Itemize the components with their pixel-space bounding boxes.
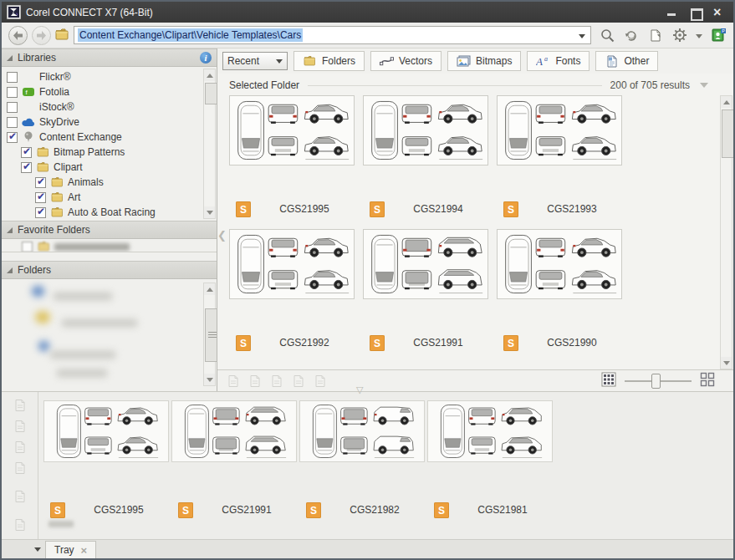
panel-collapse-icon[interactable]: ❮ [217, 229, 227, 242]
large-thumbnails-icon[interactable] [700, 372, 715, 389]
corel-connect-logo-icon [7, 5, 21, 19]
other-file-icon [605, 54, 619, 68]
slider-thumb[interactable] [651, 374, 661, 389]
scroll-down-icon[interactable] [204, 206, 215, 218]
scroll-up-icon[interactable] [204, 283, 215, 295]
scroll-down-icon[interactable] [721, 357, 732, 369]
checkbox[interactable] [7, 117, 18, 128]
result-item[interactable]: SCGS21990 [497, 229, 630, 363]
tray-thumbnail[interactable] [171, 400, 297, 462]
filter-button-other[interactable]: Other [595, 51, 658, 71]
vector-source-badge: S [370, 335, 385, 351]
filter-button-label: Fonts [555, 55, 580, 67]
content-exchange-pin-icon [22, 131, 35, 143]
result-item[interactable]: SCGS21993 [497, 95, 630, 229]
app-window: Corel CONNECT X7 (64-Bit) × Content Exch… [0, 0, 735, 560]
library-tree-item[interactable]: Content Exchange [7, 130, 202, 145]
library-tree-item[interactable]: Bitmap Patterns [7, 145, 202, 160]
library-tree-item[interactable]: Clipart [7, 160, 202, 175]
tray-thumbnail[interactable] [427, 400, 553, 462]
result-thumbnail[interactable] [229, 95, 355, 165]
folders-tree-obscured [2, 279, 217, 391]
file-action-icon [13, 420, 28, 433]
maximize-button[interactable] [690, 8, 702, 18]
back-button[interactable] [8, 26, 28, 45]
info-icon[interactable]: i [200, 52, 212, 64]
filter-button-vectors[interactable]: Vectors [370, 51, 442, 71]
result-thumbnail[interactable] [363, 95, 488, 165]
result-item[interactable]: SCGS21994 [363, 95, 497, 229]
bitmaps-image-icon [457, 54, 471, 68]
checkbox[interactable] [22, 242, 33, 252]
results-scrollbar[interactable] [720, 95, 732, 369]
checkbox[interactable] [7, 132, 18, 143]
filter-button-fonts[interactable]: AaFonts [527, 51, 590, 71]
result-item[interactable]: SCGS21992 [229, 229, 363, 363]
library-tree-item[interactable]: SkyDrive [7, 115, 202, 130]
checkbox[interactable] [21, 147, 32, 158]
tray-menu-icon[interactable] [30, 542, 45, 557]
library-tree-item[interactable]: fFotolia [7, 84, 202, 99]
recent-dropdown[interactable]: Recent [222, 52, 288, 70]
scroll-up-icon[interactable] [721, 96, 732, 108]
tray-item[interactable]: SCGS21995 [43, 400, 171, 539]
result-item[interactable]: SCGS21991 [363, 229, 497, 363]
options-gear-icon[interactable] [671, 27, 688, 43]
folders-panel-header[interactable]: Folders [2, 261, 217, 279]
tray-item[interactable]: SCGS21991 [171, 400, 299, 539]
collapse-triangle-icon[interactable] [7, 267, 13, 273]
car-template-thumbnail [499, 232, 620, 297]
library-tree-item[interactable]: Auto & Boat Racing [7, 205, 202, 220]
result-label-row: SCGS21990 [497, 335, 622, 352]
library-tree-item[interactable]: Art [7, 190, 202, 205]
sign-in-icon[interactable]: P [710, 27, 727, 43]
result-thumbnail[interactable] [229, 229, 355, 299]
scroll-down-icon[interactable] [204, 374, 215, 385]
options-dropdown-icon[interactable] [696, 29, 702, 41]
collapse-triangle-icon[interactable] [7, 55, 13, 61]
filter-button-bitmaps[interactable]: Bitmaps [447, 51, 521, 71]
thumbnail-size-slider[interactable] [625, 374, 692, 389]
checkbox[interactable] [35, 177, 46, 188]
sync-icon[interactable] [623, 27, 640, 43]
result-item[interactable]: SCGS21995 [229, 95, 363, 229]
checkbox[interactable] [7, 87, 18, 98]
forward-button[interactable] [32, 26, 51, 45]
tray-thumbnail[interactable] [43, 400, 169, 462]
address-dropdown-button[interactable] [575, 29, 589, 41]
tray-item[interactable]: SCGS21981 [427, 400, 554, 539]
libraries-panel-header[interactable]: Libraries i [2, 48, 217, 67]
checkbox[interactable] [35, 192, 46, 203]
favorite-folders-panel-header[interactable]: Favorite Folders [2, 221, 217, 239]
checkbox[interactable] [7, 72, 18, 83]
tray-collapse-icon[interactable]: ▽ [356, 384, 363, 395]
checkbox[interactable] [7, 102, 18, 113]
scroll-up-icon[interactable] [204, 69, 215, 81]
result-thumbnail[interactable] [363, 229, 488, 299]
library-tree-item[interactable]: Flickr® [7, 69, 202, 84]
checkbox[interactable] [35, 207, 46, 218]
minimize-button[interactable] [666, 8, 678, 18]
tray-tab[interactable]: Tray × [45, 541, 96, 558]
search-icon[interactable] [599, 27, 615, 43]
tray-item[interactable]: SCGS21982 [299, 400, 426, 539]
filter-button-folders[interactable]: Folders [293, 51, 365, 71]
tray-tab-close-icon[interactable]: × [81, 544, 88, 557]
folder-icon [37, 241, 50, 252]
folders-scrollbar[interactable] [203, 283, 216, 386]
checkbox[interactable] [21, 162, 32, 173]
result-thumbnail[interactable] [497, 95, 622, 165]
close-button[interactable]: × [713, 8, 725, 18]
address-input[interactable]: Content Exchange\Clipart\Vehicle Templat… [74, 26, 591, 44]
file-action-icon [269, 374, 284, 389]
tray-thumbnail[interactable] [299, 400, 425, 462]
libraries-scrollbar[interactable] [203, 69, 216, 219]
tray-tab-label: Tray [54, 544, 74, 556]
collapse-triangle-icon[interactable] [7, 227, 13, 233]
import-icon[interactable] [647, 27, 664, 43]
result-thumbnail[interactable] [497, 229, 622, 299]
library-tree-item[interactable]: Animals [7, 175, 202, 190]
small-thumbnails-icon[interactable] [601, 372, 616, 389]
results-collapse-icon[interactable] [700, 83, 708, 88]
library-tree-item[interactable]: iStock® [7, 99, 202, 115]
